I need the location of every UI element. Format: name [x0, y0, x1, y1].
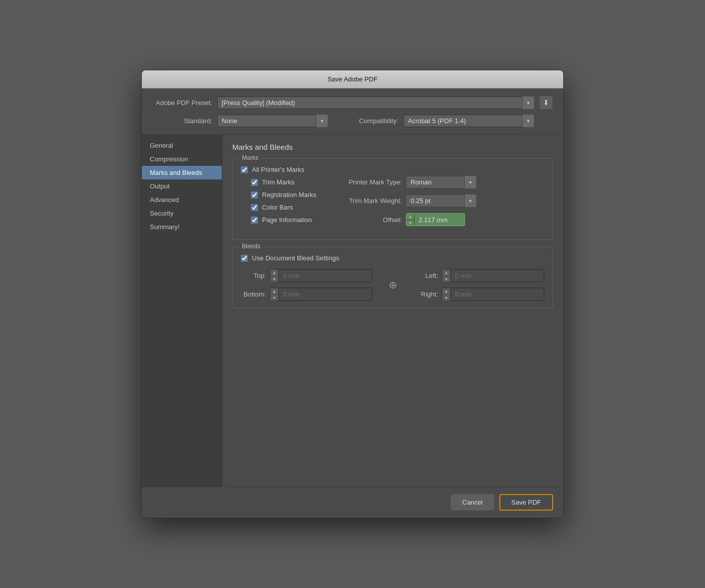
bleed-right-input [451, 288, 544, 301]
printer-mark-type-select[interactable]: RomanJ Mark [406, 176, 476, 188]
offset-up-arrow[interactable]: ▲ [406, 214, 414, 220]
bleed-right-down-arrow[interactable]: ▼ [443, 295, 450, 301]
title-bar: Save Adobe PDF [142, 70, 563, 88]
bleed-top-input [279, 269, 372, 282]
bleeds-group-title: Bleeds [239, 243, 263, 250]
standard-label: Standard: [152, 117, 212, 125]
trim-marks-label: Trim Marks [262, 178, 295, 186]
standard-section: Standard: NonePDF/X-1a:2001PDF/X-3:2002P… [152, 115, 328, 127]
use-document-bleed-checkbox[interactable] [241, 255, 248, 262]
sidebar-item-security[interactable]: Security [142, 207, 222, 220]
bleed-left-input [451, 269, 544, 282]
page-information-label: Page Information [262, 216, 312, 224]
content-area: Marks and Bleeds Marks All Printer's Mar… [222, 135, 563, 486]
bleed-left-spinner: ▲ ▼ [442, 269, 545, 282]
registration-marks-checkbox[interactable] [251, 191, 258, 199]
dialog-footer: Cancel Save PDF [142, 486, 563, 518]
page-information-row: Page Information [251, 216, 316, 224]
bleed-bottom-row: Bottom: ▲ ▼ [241, 287, 373, 301]
bleed-bottom-arrows: ▲ ▼ [271, 288, 279, 301]
registration-marks-row: Registration Marks [251, 191, 316, 199]
registration-marks-label: Registration Marks [262, 191, 316, 199]
trim-mark-weight-label: Trim Mark Weight: [336, 197, 402, 205]
offset-down-arrow[interactable]: ▼ [406, 220, 414, 226]
bleed-top-arrows: ▲ ▼ [271, 270, 279, 282]
cancel-button[interactable]: Cancel [451, 494, 494, 511]
marks-group-box: Marks All Printer's Marks Trim Marks [232, 158, 553, 240]
offset-row: Offset: ▲ ▼ [336, 213, 545, 226]
color-bars-row: Color Bars [251, 204, 316, 211]
bleed-right-arrows: ▲ ▼ [443, 288, 451, 301]
trim-mark-weight-row: Trim Mark Weight: 0.125 pt0.25 pt0.50 pt… [336, 194, 545, 207]
sidebar-item-advanced[interactable]: Advanced [142, 193, 222, 207]
bleeds-center-col: ⊕ [373, 269, 413, 301]
color-bars-checkbox[interactable] [251, 204, 258, 211]
page-information-checkbox[interactable] [251, 217, 258, 224]
standard-row: Standard: NonePDF/X-1a:2001PDF/X-3:2002P… [152, 115, 553, 127]
standard-dropdown-wrapper: NonePDF/X-1a:2001PDF/X-3:2002PDF/X-4:200… [217, 115, 328, 127]
preset-row: Adobe PDF Preset: [Press Quality] (Modif… [152, 95, 553, 110]
bleed-top-up-arrow[interactable]: ▲ [271, 270, 278, 276]
bleed-left-label: Left: [413, 272, 438, 279]
compatibility-label: Compatibility: [338, 117, 398, 125]
sidebar-item-output[interactable]: Output [142, 179, 222, 193]
compatibility-select[interactable]: Acrobat 4 (PDF 1.3)Acrobat 5 (PDF 1.4)Ac… [403, 115, 534, 127]
printer-mark-type-label: Printer Mark Type: [336, 178, 402, 186]
compatibility-dropdown-wrapper: Acrobat 4 (PDF 1.3)Acrobat 5 (PDF 1.4)Ac… [403, 115, 534, 127]
trim-marks-row: Trim Marks [251, 178, 316, 186]
standard-select[interactable]: NonePDF/X-1a:2001PDF/X-3:2002PDF/X-4:200… [217, 115, 328, 127]
bleed-bottom-up-arrow[interactable]: ▲ [271, 288, 278, 295]
all-printers-marks-row: All Printer's Marks [241, 166, 316, 173]
save-preset-icon[interactable]: ⬇ [539, 95, 553, 110]
dialog-title: Save Adobe PDF [327, 75, 378, 83]
bleeds-fields: Top: ▲ ▼ Bottom: [241, 269, 545, 301]
preset-label: Adobe PDF Preset: [152, 99, 212, 107]
bleed-top-row: Top: ▲ ▼ [241, 269, 373, 282]
main-area: General Compression Marks and Bleeds Out… [142, 135, 563, 486]
use-document-bleed-row: Use Document Bleed Settings [241, 254, 545, 262]
bleeds-left-col: Top: ▲ ▼ Bottom: [241, 269, 373, 301]
bleed-left-arrows: ▲ ▼ [443, 270, 451, 282]
bleed-bottom-spinner: ▲ ▼ [270, 287, 373, 301]
marks-group-title: Marks [239, 154, 261, 161]
section-title: Marks and Bleeds [232, 143, 553, 151]
bleed-top-spinner: ▲ ▼ [270, 269, 373, 282]
bleed-right-label: Right: [413, 290, 438, 298]
color-bars-label: Color Bars [262, 204, 293, 211]
marks-right: Printer Mark Type: RomanJ Mark ▾ Trim Ma… [336, 166, 545, 232]
top-controls: Adobe PDF Preset: [Press Quality] (Modif… [142, 88, 563, 135]
bleed-left-down-arrow[interactable]: ▼ [443, 276, 450, 282]
offset-spinner-arrows: ▲ ▼ [406, 214, 414, 226]
sidebar-item-marks-and-bleeds[interactable]: Marks and Bleeds [142, 166, 222, 179]
bleed-right-up-arrow[interactable]: ▲ [443, 288, 450, 295]
sidebar-item-general[interactable]: General [142, 139, 222, 152]
sidebar: General Compression Marks and Bleeds Out… [142, 135, 222, 486]
bleed-left-up-arrow[interactable]: ▲ [443, 270, 450, 276]
sidebar-item-summary[interactable]: Summary! [142, 220, 222, 234]
offset-spinner: ▲ ▼ [406, 213, 465, 226]
bleed-right-spinner: ▲ ▼ [442, 287, 545, 301]
printer-mark-type-row: Printer Mark Type: RomanJ Mark ▾ [336, 176, 545, 188]
compatibility-section: Compatibility: Acrobat 4 (PDF 1.3)Acroba… [338, 115, 534, 127]
offset-input[interactable] [414, 214, 465, 226]
trim-marks-checkbox[interactable] [251, 179, 258, 186]
bleed-left-row: Left: ▲ ▼ [413, 269, 545, 282]
save-pdf-button[interactable]: Save PDF [499, 494, 553, 511]
printer-mark-type-wrapper: RomanJ Mark ▾ [406, 176, 476, 188]
bleed-right-row: Right: ▲ ▼ [413, 287, 545, 301]
all-printers-marks-checkbox[interactable] [241, 166, 248, 173]
save-pdf-dialog: Save Adobe PDF Adobe PDF Preset: [Press … [141, 70, 564, 518]
marks-grid: All Printer's Marks Trim Marks Registrat… [241, 166, 545, 232]
bleed-top-down-arrow[interactable]: ▼ [271, 276, 278, 282]
trim-mark-weight-select[interactable]: 0.125 pt0.25 pt0.50 pt1.0 pt [406, 194, 476, 207]
offset-label: Offset: [336, 216, 402, 224]
bleed-bottom-label: Bottom: [241, 290, 266, 298]
bleed-bottom-down-arrow[interactable]: ▼ [271, 295, 278, 301]
bleeds-right-col: Left: ▲ ▼ Right: [413, 269, 545, 301]
preset-dropdown-wrapper: [Press Quality] (Modified) ▾ [217, 96, 534, 109]
link-icon: ⊕ [389, 279, 397, 291]
preset-select[interactable]: [Press Quality] (Modified) [217, 96, 534, 109]
trim-mark-weight-wrapper: 0.125 pt0.25 pt0.50 pt1.0 pt ▾ [406, 194, 476, 207]
sidebar-item-compression[interactable]: Compression [142, 152, 222, 166]
bleed-bottom-input [279, 288, 372, 301]
